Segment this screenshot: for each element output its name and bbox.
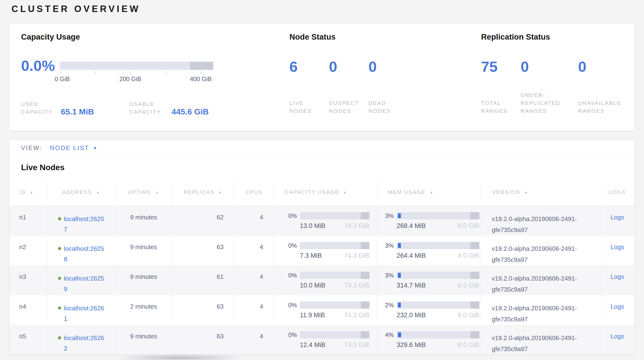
column-label: CAPACITY USAGE bbox=[285, 189, 339, 195]
bar-reserved-segment bbox=[470, 301, 480, 309]
mem-total-value: 8.0 GiB bbox=[458, 252, 479, 259]
capacity-used-value: 10.0 MiB bbox=[300, 282, 326, 289]
sort-caret-icon: ▼ bbox=[343, 191, 347, 195]
bar-reserved-segment bbox=[361, 301, 370, 309]
used-capacity-metric: USED CAPACITY 65.1 MiB bbox=[21, 100, 94, 116]
chevron-down-icon: ▼ bbox=[93, 146, 98, 151]
replication-status-title: Replication Status bbox=[481, 32, 630, 42]
node-address-link[interactable]: localhost:26257 bbox=[64, 214, 107, 235]
capacity-percent-label: 0% bbox=[284, 272, 297, 279]
mem-percent-label: 2% bbox=[380, 302, 394, 309]
column-label: REPLICAS bbox=[184, 189, 215, 195]
sort-caret-icon: ▼ bbox=[155, 191, 159, 195]
mem-usage-bar bbox=[397, 331, 480, 338]
live-nodes-count: 6 bbox=[290, 59, 329, 74]
capacity-usage-bar bbox=[300, 272, 370, 279]
suspect-nodes-count: 0 bbox=[329, 59, 368, 74]
unavailable-ranges-stat: 0 UNAVAILABLE RANGES bbox=[578, 59, 630, 115]
node-address-cell: localhost:26257 bbox=[47, 206, 115, 236]
mem-usage-bar bbox=[397, 272, 480, 279]
column-header-id[interactable]: ID ▼ bbox=[10, 179, 47, 206]
node-version-cell: v19.2.0-alpha.20190606-2491-gfe735c9a97 bbox=[481, 325, 600, 354]
node-uptime-cell: 2 minutes bbox=[115, 295, 172, 325]
capacity-percent-label: 0% bbox=[284, 331, 297, 338]
capacity-percent-label: 0% bbox=[284, 212, 297, 219]
bar-used-fill bbox=[398, 332, 401, 337]
table-row: n1 localhost:26257 9 minutes 62 4 0% 13.… bbox=[10, 206, 634, 236]
column-header-replicas[interactable]: REPLICAS ▼ bbox=[172, 179, 234, 206]
capacity-bar-reserved-segment bbox=[190, 62, 213, 70]
capacity-usage-section: Capacity Usage 0.0% 0 GiB 200 GiB 400 Gi… bbox=[21, 32, 275, 42]
bar-used-fill bbox=[398, 273, 401, 278]
node-status-section: Node Status 6 LIVE NODES 0 SUSPECT NODES… bbox=[290, 32, 462, 42]
mem-usage-bar bbox=[397, 242, 480, 249]
capacity-usage-bar bbox=[300, 242, 370, 249]
capacity-total-value: 74.3 GiB bbox=[344, 252, 369, 259]
bar-used-fill bbox=[398, 213, 401, 218]
mem-used-value: 314.7 MiB bbox=[397, 282, 426, 289]
column-label: UPTIME bbox=[128, 189, 151, 195]
node-uptime-cell: 9 minutes bbox=[115, 265, 172, 295]
column-header-capacity-usage[interactable]: CAPACITY USAGE ▼ bbox=[274, 179, 377, 206]
live-status-dot-icon bbox=[58, 247, 61, 250]
live-status-dot-icon bbox=[58, 306, 61, 310]
capacity-used-value: 7.3 MiB bbox=[300, 252, 322, 259]
node-address-link[interactable]: localhost:26261 bbox=[64, 303, 107, 324]
node-version-cell: v19.2.0-alpha.20190606-2491-gfe735c9a97 bbox=[481, 206, 600, 236]
view-dropdown-value[interactable]: NODE LIST bbox=[50, 144, 89, 152]
node-uptime-cell: 9 minutes bbox=[115, 325, 172, 354]
unavailable-label: UNAVAILABLE RANGES bbox=[578, 99, 630, 115]
sort-caret-icon: ▼ bbox=[430, 191, 434, 195]
logs-link[interactable]: Logs bbox=[611, 214, 624, 221]
node-id-cell: n2 bbox=[10, 236, 47, 265]
column-header-cpus: CPUS bbox=[234, 179, 274, 206]
sort-caret-icon: ▼ bbox=[524, 191, 528, 195]
node-status-title: Node Status bbox=[290, 32, 462, 42]
capacity-total-value: 74.3 GiB bbox=[344, 341, 369, 349]
node-address-link[interactable]: localhost:26259 bbox=[64, 273, 107, 294]
column-label: ADDRESS bbox=[62, 189, 92, 195]
node-cpus-cell: 4 bbox=[234, 236, 274, 265]
bar-used-fill bbox=[398, 303, 401, 307]
capacity-usage-bar: 0 GiB 200 GiB 400 GiB bbox=[60, 62, 213, 83]
node-id-cell: n1 bbox=[10, 206, 47, 236]
column-header-uptime[interactable]: UPTIME ▼ bbox=[115, 179, 172, 206]
column-header-version[interactable]: VERSION ▼ bbox=[481, 179, 600, 206]
capacity-used-value: 11.9 MiB bbox=[300, 311, 325, 319]
mem-used-value: 232.0 MiB bbox=[397, 311, 426, 319]
logs-link[interactable]: Logs bbox=[611, 303, 624, 310]
live-nodes-label: LIVE NODES bbox=[290, 99, 322, 115]
bar-reserved-segment bbox=[470, 272, 480, 279]
capacity-total-value: 74.3 GiB bbox=[344, 311, 369, 319]
view-dropdown[interactable]: NODE LIST ▼ bbox=[50, 144, 98, 152]
used-capacity-label: USED CAPACITY bbox=[21, 100, 57, 116]
mem-percent-label: 3% bbox=[380, 272, 394, 279]
logs-link[interactable]: Logs bbox=[611, 333, 624, 340]
node-replicas-cell: 63 bbox=[172, 325, 234, 354]
dead-nodes-label: DEAD NODES bbox=[368, 99, 401, 115]
live-status-dot-icon bbox=[58, 217, 61, 220]
mem-used-value: 264.4 MiB bbox=[397, 252, 426, 259]
node-logs-cell: Logs bbox=[600, 295, 634, 325]
mem-percent-label: 4% bbox=[380, 331, 394, 338]
bar-reserved-segment bbox=[470, 331, 480, 338]
column-label: LOGS bbox=[609, 189, 626, 195]
mem-used-value: 268.4 MiB bbox=[397, 222, 426, 230]
bar-reserved-segment bbox=[361, 242, 370, 249]
logs-link[interactable]: Logs bbox=[611, 273, 624, 280]
column-header-address[interactable]: ADDRESS ▼ bbox=[47, 179, 115, 206]
node-address-link[interactable]: localhost:26258 bbox=[64, 243, 107, 264]
mem-total-value: 8.0 GiB bbox=[458, 311, 479, 319]
axis-tick-label: 400 GiB bbox=[190, 76, 212, 83]
node-address-cell: localhost:26262 bbox=[47, 325, 115, 354]
mem-total-value: 8.0 GiB bbox=[458, 282, 479, 289]
node-replicas-cell: 63 bbox=[172, 295, 234, 325]
capacity-usage-bar bbox=[300, 331, 370, 338]
node-capacity-usage-cell: 0% 7.3 MiB 74.3 GiB bbox=[274, 236, 377, 265]
used-capacity-value: 65.1 MiB bbox=[61, 107, 94, 116]
logs-link[interactable]: Logs bbox=[611, 243, 624, 251]
table-row: n3 localhost:26259 9 minutes 61 4 0% 10.… bbox=[10, 265, 634, 295]
node-address-link[interactable]: localhost:26262 bbox=[64, 333, 107, 354]
node-address-cell: localhost:26259 bbox=[47, 265, 115, 295]
column-header-mem-usage[interactable]: MEM USAGE ▼ bbox=[377, 179, 481, 206]
